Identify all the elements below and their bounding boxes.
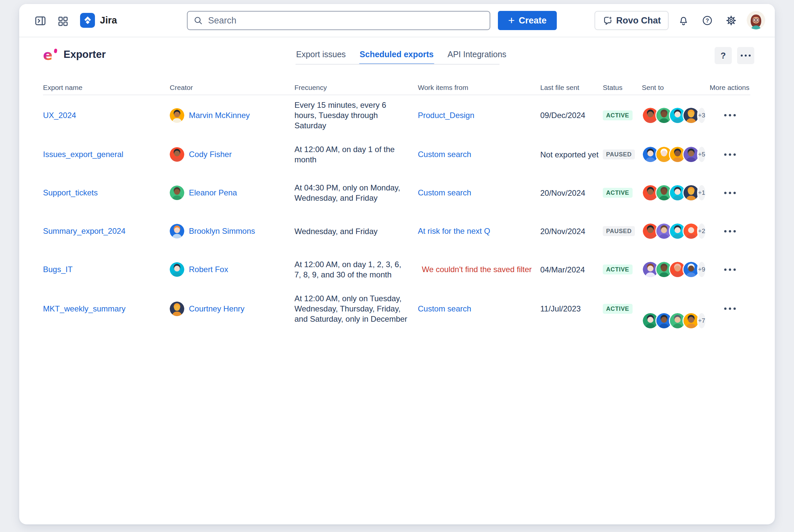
create-button[interactable]: + Create bbox=[498, 11, 557, 30]
sent-to-avatar-group: +5 bbox=[642, 146, 700, 163]
scheduled-exports-table: Export nameCreatorFrecuencyWork items fr… bbox=[43, 81, 750, 329]
bell-icon bbox=[678, 15, 689, 26]
column-header-frecuency: Frecuency bbox=[294, 84, 418, 92]
user-profile-button[interactable] bbox=[747, 11, 765, 30]
ellipsis-icon bbox=[724, 307, 726, 310]
user-profile-avatar bbox=[747, 11, 765, 30]
help-circle-icon: ? bbox=[702, 15, 713, 26]
user-avatar-icon bbox=[170, 108, 184, 123]
last-file-sent: 11/Jul/2023 bbox=[540, 304, 603, 314]
search-input[interactable] bbox=[207, 15, 484, 26]
user-avatar-icon bbox=[170, 147, 184, 162]
creator-name-link[interactable]: Courtney Henry bbox=[189, 304, 244, 314]
work-items-link[interactable]: Custom search bbox=[418, 304, 471, 313]
user-avatar-icon bbox=[683, 313, 699, 328]
creator-cell: Cody Fisher bbox=[170, 147, 294, 162]
tab-track bbox=[295, 64, 500, 65]
table-row: Issues_export_general Cody FisherAt 12:0… bbox=[43, 135, 750, 174]
row-more-actions-button[interactable] bbox=[709, 111, 750, 120]
status-badge: ACTIVE bbox=[603, 265, 632, 274]
table-row: Support_tickets Eleanor PenaAt 04:30 PM,… bbox=[43, 174, 750, 212]
svg-text:e: e bbox=[43, 47, 53, 62]
settings-button[interactable] bbox=[725, 15, 737, 26]
rovo-chat-button[interactable]: Rovo Chat bbox=[594, 11, 669, 30]
last-file-sent: Not exported yet bbox=[540, 149, 603, 160]
creator-cell: Courtney Henry bbox=[170, 302, 294, 316]
page-help-button[interactable]: ? bbox=[715, 47, 732, 64]
creator-cell: Robert Fox bbox=[170, 262, 294, 277]
export-name-link[interactable]: Support_tickets bbox=[43, 188, 98, 197]
exporter-logo-icon: e bbox=[43, 47, 58, 62]
ellipsis-icon bbox=[724, 230, 726, 232]
status-badge: ACTIVE bbox=[603, 188, 632, 198]
creator-cell: Brooklyn Simmons bbox=[170, 224, 294, 239]
plus-icon: + bbox=[508, 15, 515, 26]
search-icon bbox=[193, 16, 203, 25]
row-more-actions-button[interactable] bbox=[709, 188, 750, 197]
creator-cell: Marvin McKinney bbox=[170, 108, 294, 123]
export-name-link[interactable]: Issues_export_general bbox=[43, 150, 124, 159]
creator-name-link[interactable]: Brooklyn Simmons bbox=[189, 227, 255, 236]
help-button[interactable]: ? bbox=[701, 15, 713, 26]
column-header-sent-to: Sent to bbox=[642, 84, 709, 92]
column-header-export-name: Export name bbox=[43, 84, 170, 92]
last-file-sent: 09/Dec/2024 bbox=[540, 110, 603, 120]
question-mark-icon: ? bbox=[721, 51, 726, 61]
avatar-overflow-count: +3 bbox=[697, 107, 706, 124]
ellipsis-icon bbox=[724, 268, 726, 271]
frequency-text: At 12:00 AM, on day 1, 2, 3, 6, 7, 8, 9,… bbox=[294, 259, 418, 280]
user-avatar-icon bbox=[683, 185, 699, 201]
avatar-overflow-count: +9 bbox=[697, 261, 706, 278]
row-more-actions-button[interactable] bbox=[709, 227, 750, 236]
tab-scheduled-exports[interactable]: Scheduled exports bbox=[359, 46, 435, 62]
creator-avatar bbox=[170, 186, 184, 200]
creator-name-link[interactable]: Eleanor Pena bbox=[189, 188, 237, 197]
avatar-overflow-count: +1 bbox=[697, 184, 706, 201]
creator-avatar bbox=[170, 147, 184, 162]
tab-bar: Export issuesScheduled exportsAPI Integr… bbox=[295, 46, 500, 65]
sent-to-avatar-group: +2 bbox=[642, 223, 700, 240]
column-header-more-actions: More actions bbox=[709, 84, 750, 92]
export-name-link[interactable]: UX_2024 bbox=[43, 111, 76, 120]
avatar-overflow-count: +5 bbox=[697, 146, 706, 163]
creator-avatar bbox=[170, 262, 184, 277]
sent-to-avatar-group: +9 bbox=[642, 261, 700, 278]
page-more-actions-button[interactable] bbox=[737, 47, 754, 64]
frequency-text: At 12:00 AM, on day 1 of the month bbox=[294, 144, 418, 165]
ellipsis-icon bbox=[724, 192, 726, 194]
create-button-label: Create bbox=[519, 16, 547, 26]
jira-logo[interactable] bbox=[80, 13, 95, 28]
export-name-link[interactable]: Bugs_IT bbox=[43, 265, 72, 274]
table-row: UX_2024 Marvin McKinneyEvery 15 minutes,… bbox=[43, 95, 750, 135]
export-name-link[interactable]: MKT_weekly_summary bbox=[43, 304, 125, 313]
column-header-creator: Creator bbox=[170, 84, 294, 92]
tab-export-issues[interactable]: Export issues bbox=[295, 46, 346, 62]
row-more-actions-button[interactable] bbox=[709, 304, 750, 313]
table-row: MKT_weekly_summary Courtney HenryAt 12:0… bbox=[43, 289, 750, 329]
column-header-status: Status bbox=[603, 84, 642, 92]
notifications-button[interactable] bbox=[678, 15, 689, 26]
global-search[interactable] bbox=[187, 11, 490, 30]
sidebar-expand-icon bbox=[34, 15, 47, 27]
creator-name-link[interactable]: Robert Fox bbox=[189, 265, 228, 274]
creator-name-link[interactable]: Cody Fisher bbox=[189, 150, 232, 159]
user-avatar-icon bbox=[170, 186, 184, 200]
work-items-link[interactable]: Custom search bbox=[418, 188, 471, 197]
work-items-link[interactable]: Custom search bbox=[418, 150, 471, 159]
column-header-work-items-from: Work items from bbox=[418, 84, 540, 92]
export-name-link[interactable]: Summary_export_2024 bbox=[43, 227, 125, 235]
tab-api-integrations[interactable]: API Integrations bbox=[447, 46, 507, 62]
avatar-overflow-count: +7 bbox=[697, 312, 706, 329]
row-more-actions-button[interactable] bbox=[709, 265, 750, 274]
creator-avatar bbox=[170, 108, 184, 123]
work-items-link[interactable]: Product_Design bbox=[418, 111, 475, 120]
row-more-actions-button[interactable] bbox=[709, 150, 750, 159]
sent-to-avatar-group: +7 bbox=[642, 312, 700, 329]
top-navigation-bar: Jira + Create Rovo Chat bbox=[19, 4, 775, 37]
creator-name-link[interactable]: Marvin McKinney bbox=[189, 111, 250, 120]
app-switcher-button[interactable] bbox=[57, 15, 69, 27]
sidebar-toggle-button[interactable] bbox=[34, 14, 47, 27]
work-items-link[interactable]: At risk for the next Q bbox=[418, 227, 490, 235]
frequency-text: Wednesday, and Friday bbox=[294, 226, 418, 236]
jira-mark-icon bbox=[83, 16, 93, 25]
